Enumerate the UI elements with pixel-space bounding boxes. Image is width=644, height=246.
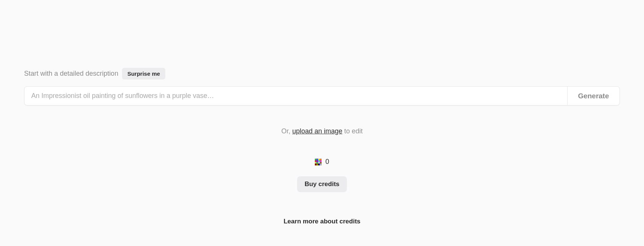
upload-row: Or, upload an image to edit (24, 127, 620, 135)
upload-prefix: Or, (281, 127, 292, 135)
credits-row: 0 (24, 158, 620, 166)
credits-icon (315, 159, 322, 165)
prompt-input-row: Generate (24, 86, 620, 105)
credits-count: 0 (325, 158, 329, 166)
header-row: Start with a detailed description Surpri… (24, 68, 620, 79)
learn-more-credits-link[interactable]: Learn more about credits (284, 218, 360, 225)
prompt-input[interactable] (24, 87, 567, 105)
description-label: Start with a detailed description (24, 70, 118, 78)
upload-image-link[interactable]: upload an image (292, 127, 342, 135)
main-container: Start with a detailed description Surpri… (0, 0, 644, 225)
generate-button[interactable]: Generate (567, 87, 620, 105)
buy-credits-row: Buy credits (24, 176, 620, 192)
surprise-me-button[interactable]: Surprise me (122, 68, 165, 79)
learn-more-row: Learn more about credits (24, 218, 620, 225)
buy-credits-button[interactable]: Buy credits (297, 176, 347, 192)
upload-suffix: to edit (342, 127, 363, 135)
